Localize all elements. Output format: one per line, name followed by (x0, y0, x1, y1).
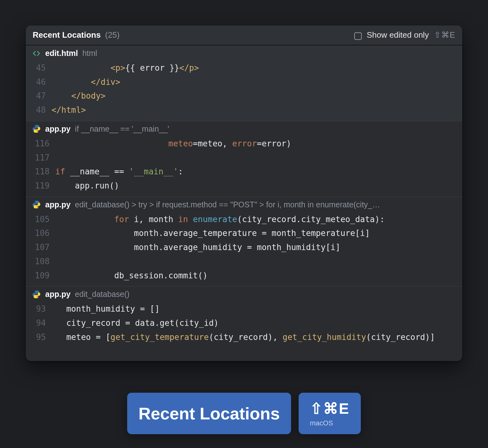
code-line[interactable]: 107 month.average_humidity = month_humid… (26, 240, 462, 254)
line-number: 119 (32, 179, 50, 193)
code-line[interactable]: 48</html> (26, 103, 462, 117)
code-line[interactable]: 116 meteo=meteo, error=error) (26, 137, 462, 151)
show-edited-only-checkbox[interactable] (354, 32, 362, 40)
line-content: app.run() (55, 179, 119, 193)
python-file-icon (32, 290, 41, 299)
location-context: html (82, 49, 456, 58)
chip-feature-name: Recent Locations (127, 393, 291, 434)
line-number: 94 (32, 316, 46, 330)
python-file-icon (32, 124, 41, 133)
line-content: <p>{{ error }}</p> (52, 61, 199, 75)
location-context: edit_database() > try > if request.metho… (75, 200, 456, 209)
code-line[interactable]: 94 city_record = data.get(city_id) (26, 316, 462, 330)
code-line[interactable]: 119 app.run() (26, 179, 462, 193)
line-number: 109 (32, 269, 50, 283)
code-line[interactable]: 105 for i, month in enumerate(city_recor… (26, 212, 462, 227)
line-content: meteo = [get_city_temperature(city_recor… (52, 330, 435, 344)
line-content: </body> (52, 89, 106, 103)
location-context: edit_database() (75, 290, 456, 299)
location-filename: app.py (45, 124, 71, 134)
line-content: for i, month in enumerate(city_record.ci… (55, 212, 385, 227)
line-number: 47 (32, 89, 46, 103)
code-line[interactable]: 109 db_session.commit() (26, 269, 462, 283)
code-line[interactable]: 106 month.average_temperature = month_te… (26, 226, 462, 240)
locations-list[interactable]: edit.htmlhtml45 <p>{{ error }}</p>46 </d… (26, 46, 462, 361)
location-context: if __name__ == '__main__' (75, 124, 456, 134)
show-edited-only-shortcut: ⇧⌘E (434, 30, 455, 40)
line-content: month.average_humidity = month_humidity[… (55, 240, 340, 254)
line-number: 118 (32, 165, 50, 179)
location-header[interactable]: app.pyif __name__ == '__main__' (26, 121, 462, 136)
line-number: 93 (32, 302, 46, 316)
line-number: 117 (32, 151, 50, 165)
location-item[interactable]: edit.htmlhtml45 <p>{{ error }}</p>46 </d… (26, 46, 462, 121)
line-content: </div> (52, 75, 120, 89)
line-number: 45 (32, 61, 46, 75)
code-snippet[interactable]: 105 for i, month in enumerate(city_recor… (26, 212, 462, 287)
line-number: 46 (32, 75, 46, 89)
code-line[interactable]: 95 meteo = [get_city_temperature(city_re… (26, 330, 462, 344)
code-line[interactable]: 108 (26, 254, 462, 269)
line-content: month_humidity = [] (52, 302, 160, 316)
code-line[interactable]: 117 (26, 151, 462, 165)
location-header[interactable]: edit.htmlhtml (26, 46, 462, 60)
popup-header: Recent Locations (25) Show edited only ⇧… (26, 25, 462, 46)
code-line[interactable]: 93 month_humidity = [] (26, 302, 462, 316)
show-edited-only-label: Show edited only (367, 30, 429, 40)
line-content: month.average_temperature = month_temper… (55, 226, 370, 240)
location-header[interactable]: app.pyedit_database() (26, 287, 462, 301)
code-snippet[interactable]: 116 meteo=meteo, error=error)117118if __… (26, 136, 462, 197)
line-number: 95 (32, 330, 46, 344)
line-content: meteo=meteo, error=error) (55, 137, 291, 151)
line-content: if __name__ == '__main__': (55, 165, 183, 179)
line-content: db_session.commit() (55, 269, 208, 283)
line-number: 48 (32, 103, 46, 117)
show-edited-only-toggle[interactable]: Show edited only ⇧⌘E (354, 30, 455, 40)
line-number: 107 (32, 240, 50, 254)
location-item[interactable]: app.pyedit_database()93 month_humidity =… (26, 286, 462, 348)
popup-title: Recent Locations (33, 30, 101, 40)
location-item[interactable]: app.pyedit_database() > try > if request… (26, 197, 462, 287)
line-content: city_record = data.get(city_id) (52, 316, 219, 330)
html-file-icon (32, 49, 41, 58)
location-filename: app.py (45, 290, 71, 299)
code-snippet[interactable]: 45 <p>{{ error }}</p>46 </div>47 </body>… (26, 60, 462, 121)
chip-shortcut-os: macOS (310, 419, 333, 427)
python-file-icon (32, 200, 41, 209)
chip-shortcut-keys: ⇧⌘E (310, 400, 350, 417)
code-line[interactable]: 45 <p>{{ error }}</p> (26, 61, 462, 75)
line-number: 116 (32, 137, 50, 151)
feature-callout-chips: Recent Locations ⇧⌘E macOS (127, 393, 361, 434)
line-content: </html> (52, 103, 86, 117)
line-number: 105 (32, 212, 50, 227)
location-filename: edit.html (45, 49, 78, 58)
code-line[interactable]: 46 </div> (26, 75, 462, 89)
code-line[interactable]: 47 </body> (26, 89, 462, 103)
location-header[interactable]: app.pyedit_database() > try > if request… (26, 197, 462, 212)
popup-count: (25) (105, 30, 120, 40)
code-snippet[interactable]: 93 month_humidity = []94 city_record = d… (26, 301, 462, 348)
location-item[interactable]: app.pyif __name__ == '__main__'116 meteo… (26, 121, 462, 197)
code-line[interactable]: 118if __name__ == '__main__': (26, 165, 462, 179)
line-number: 108 (32, 254, 50, 269)
line-number: 106 (32, 226, 50, 240)
chip-shortcut: ⇧⌘E macOS (299, 393, 361, 434)
location-filename: app.py (45, 200, 71, 209)
recent-locations-popup[interactable]: Recent Locations (25) Show edited only ⇧… (26, 25, 462, 361)
